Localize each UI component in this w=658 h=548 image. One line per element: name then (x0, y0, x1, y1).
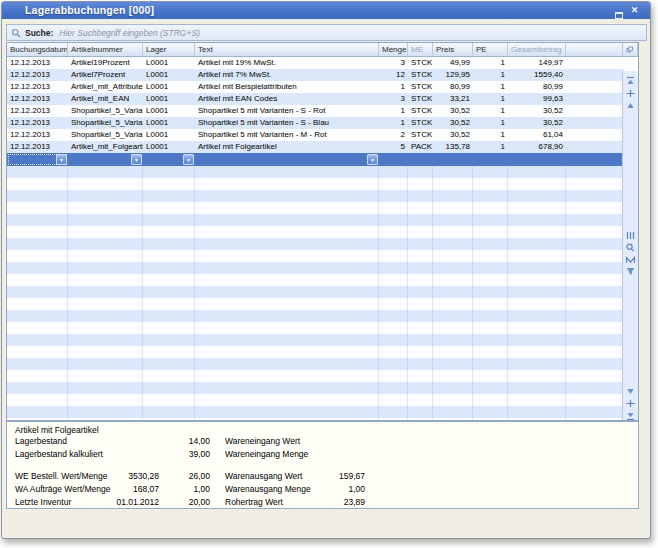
empty-row[interactable] (7, 286, 624, 298)
sort-icon[interactable] (624, 251, 637, 262)
cell-gesamtbetrag: 149,97 (508, 57, 566, 69)
empty-row[interactable] (7, 394, 624, 406)
empty-row[interactable] (7, 190, 624, 202)
scroll-to-top-icon[interactable] (624, 73, 637, 84)
empty-cell (408, 178, 433, 190)
details-label: Warenausgang Menge (225, 483, 325, 496)
empty-row[interactable] (7, 262, 624, 274)
search-input[interactable]: Suche: Hier Suchbegriff eingeben (STRG+S… (6, 24, 647, 41)
scroll-to-bottom-icon[interactable] (624, 407, 637, 418)
table-scrollbar[interactable] (622, 71, 638, 420)
close-icon[interactable]: ✕ (628, 5, 641, 16)
dropdown-icon[interactable]: ▼ (56, 154, 67, 165)
empty-cell (195, 322, 379, 334)
column-header-menge[interactable]: Menge (379, 43, 408, 56)
scroll-page-down-icon[interactable] (624, 395, 637, 406)
filter-cell-menge[interactable] (379, 153, 408, 166)
empty-cell (433, 298, 473, 310)
table-row[interactable]: 12.12.2013Artikel_mit_AttributenL0001Art… (7, 81, 624, 93)
empty-cell (508, 298, 566, 310)
scroll-page-up-icon[interactable] (624, 85, 637, 96)
cell-me: STCK (408, 69, 433, 81)
empty-cell (7, 382, 68, 394)
empty-row[interactable] (7, 406, 624, 418)
empty-row[interactable] (7, 238, 624, 250)
column-header-gesamtbetrag[interactable]: Gesamtbetrag (508, 43, 566, 56)
empty-row[interactable] (7, 370, 624, 382)
dropdown-icon[interactable]: ▼ (367, 154, 378, 165)
table-corner-button[interactable] (622, 43, 638, 56)
bookings-table: BuchungsdatumArtikelnummerLagerTextMenge… (6, 42, 639, 421)
column-header-preis[interactable]: Preis (433, 43, 473, 56)
filter-cell-me[interactable] (408, 153, 433, 166)
filter-cell-text[interactable]: ▼ (195, 153, 379, 166)
column-header-text[interactable]: Text (195, 43, 379, 56)
column-header-artikelnummer[interactable]: Artikelnummer (68, 43, 143, 56)
empty-row[interactable] (7, 334, 624, 346)
empty-cell (433, 334, 473, 346)
empty-row[interactable] (7, 226, 624, 238)
table-row[interactable]: 12.12.2013Artikel7ProzentL0001Artikel mi… (7, 69, 624, 81)
empty-cell (433, 202, 473, 214)
empty-row[interactable] (7, 274, 624, 286)
dropdown-icon[interactable]: ▼ (131, 154, 142, 165)
empty-row[interactable] (7, 310, 624, 322)
filter-icon[interactable] (624, 263, 637, 274)
table-row[interactable]: 12.12.2013Artikel_mit_EANL0001Artikel mi… (7, 93, 624, 105)
filter-cell-buchungsdatum[interactable]: ▼ (7, 153, 68, 166)
cell-menge: 1 (379, 117, 408, 129)
cell-empty (566, 129, 624, 141)
column-header-buchungsdatum[interactable]: Buchungsdatum (7, 43, 68, 56)
cell-pe: 1 (473, 69, 508, 81)
empty-row[interactable] (7, 178, 624, 190)
column-header-me[interactable]: ME (408, 43, 433, 56)
column-header-empty[interactable] (566, 43, 622, 56)
empty-cell (68, 166, 143, 178)
empty-cell (379, 286, 408, 298)
cell-menge: 3 (379, 93, 408, 105)
empty-cell (7, 214, 68, 226)
empty-cell (566, 370, 624, 382)
table-row[interactable]: 12.12.2013Shopartikel_5_VariantL0001Shop… (7, 117, 624, 129)
cell-lager: L0001 (143, 105, 195, 117)
filter-cell-gesamtbetrag[interactable] (508, 153, 566, 166)
filter-cell-empty[interactable] (566, 153, 624, 166)
empty-row[interactable] (7, 346, 624, 358)
new-entry-row[interactable]: ▼▼▼▼ (7, 153, 624, 166)
table-row[interactable]: 12.12.2013Shopartikel_5_VariantL0001Shop… (7, 105, 624, 117)
titlebar[interactable]: Lagerabbuchungen [000] ✕ (2, 2, 650, 19)
empty-row[interactable] (7, 322, 624, 334)
table-row[interactable]: 12.12.2013Shopartikel_5_VariantL0001Shop… (7, 129, 624, 141)
empty-row[interactable] (7, 250, 624, 262)
empty-cell (379, 238, 408, 250)
empty-row[interactable] (7, 298, 624, 310)
column-header-lager[interactable]: Lager (143, 43, 195, 56)
empty-cell (408, 310, 433, 322)
empty-cell (473, 358, 508, 370)
empty-row[interactable] (7, 166, 624, 178)
filter-cell-preis[interactable] (433, 153, 473, 166)
search-icon[interactable] (624, 239, 637, 250)
empty-cell (408, 322, 433, 334)
empty-cell (379, 250, 408, 262)
scroll-up-icon[interactable] (624, 97, 637, 108)
details-label: Rohertrag Wert (225, 496, 325, 509)
table-row[interactable]: 12.12.2013Artikel_mit_FolgeartikL0001Art… (7, 141, 624, 153)
filter-cell-pe[interactable] (473, 153, 508, 166)
empty-row[interactable] (7, 214, 624, 226)
filter-cell-lager[interactable]: ▼ (143, 153, 195, 166)
empty-cell (68, 334, 143, 346)
column-header-pe[interactable]: PE (473, 43, 508, 56)
dropdown-icon[interactable]: ▼ (183, 154, 194, 165)
empty-row[interactable] (7, 358, 624, 370)
columns-icon[interactable] (624, 227, 637, 238)
cell-pe: 1 (473, 105, 508, 117)
restore-icon[interactable] (612, 5, 625, 16)
filter-cell-artikelnummer[interactable]: ▼ (68, 153, 143, 166)
empty-row[interactable] (7, 382, 624, 394)
scroll-down-icon[interactable] (624, 383, 637, 394)
empty-cell (68, 370, 143, 382)
empty-row[interactable] (7, 202, 624, 214)
table-row[interactable]: 12.12.2013Artikel19ProzentL0001Artikel m… (7, 57, 624, 69)
empty-row[interactable] (7, 418, 624, 420)
